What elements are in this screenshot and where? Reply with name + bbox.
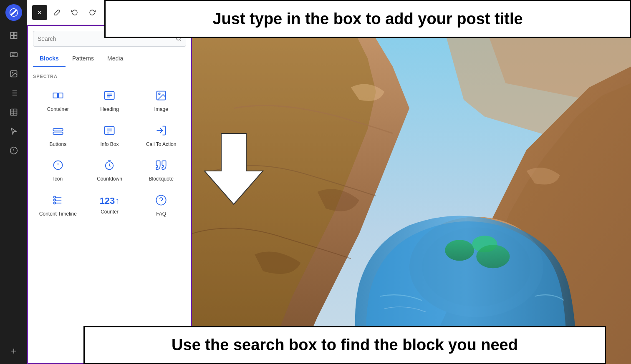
tab-patterns[interactable]: Patterns xyxy=(66,51,101,67)
arrow-annotation xyxy=(196,129,271,214)
block-label-timeline: Content Timeline xyxy=(39,211,77,218)
block-item-image[interactable]: Image xyxy=(136,84,186,117)
redo-button[interactable] xyxy=(85,5,100,20)
blocks-grid: Container Heading Image xyxy=(33,84,186,221)
svg-point-69 xyxy=(156,195,166,205)
cta-icon xyxy=(155,125,167,138)
block-item-counter[interactable]: 123↑ Counter xyxy=(85,188,135,222)
blockquote-icon xyxy=(155,159,167,173)
block-item-container[interactable]: Container xyxy=(33,84,83,117)
tab-blocks[interactable]: Blocks xyxy=(33,51,66,67)
image-icon xyxy=(155,90,167,103)
block-item-faq[interactable]: FAQ xyxy=(136,188,186,222)
block-panel: Blocks Patterns Media SPECTRA Container xyxy=(27,25,192,364)
nav-image[interactable] xyxy=(5,65,23,83)
infobox-icon xyxy=(103,125,115,138)
svg-rect-2 xyxy=(10,36,13,39)
buttons-icon xyxy=(52,125,64,138)
close-button[interactable] xyxy=(32,5,47,20)
icon-block-icon xyxy=(52,159,64,173)
block-label-buttons: Buttons xyxy=(49,141,66,148)
faq-icon xyxy=(155,194,167,208)
block-item-countdown[interactable]: Countdown xyxy=(85,153,135,187)
svg-rect-51 xyxy=(53,128,63,131)
nav-table[interactable] xyxy=(5,103,23,121)
timeline-icon xyxy=(52,194,64,208)
svg-point-63 xyxy=(53,196,56,198)
svg-point-65 xyxy=(53,199,56,201)
svg-point-50 xyxy=(159,93,160,95)
counter-icon: 123↑ xyxy=(100,196,120,206)
wordpress-logo[interactable] xyxy=(5,4,22,21)
block-label-container: Container xyxy=(47,106,69,113)
svg-point-8 xyxy=(12,72,13,73)
svg-rect-44 xyxy=(58,93,63,98)
block-label-infobox: Info Box xyxy=(100,141,119,148)
svg-rect-0 xyxy=(10,33,13,35)
block-label-faq: FAQ xyxy=(156,211,166,218)
block-label-blockquote: Blockquote xyxy=(149,176,173,183)
block-item-cta[interactable]: Call To Action xyxy=(136,119,186,152)
tabs-row: Blocks Patterns Media xyxy=(28,51,191,67)
block-label-countdown: Countdown xyxy=(97,176,122,183)
top-annotation-banner: Just type in the box to add your post ti… xyxy=(104,0,631,38)
heading-icon xyxy=(103,90,115,103)
wp-admin-sidebar xyxy=(0,0,27,364)
nav-cursor[interactable] xyxy=(5,123,23,140)
block-item-buttons[interactable]: Buttons xyxy=(33,119,83,152)
nav-circle[interactable] xyxy=(5,142,23,159)
block-label-heading: Heading xyxy=(100,106,119,113)
svg-point-67 xyxy=(53,202,56,204)
block-item-heading[interactable]: Heading xyxy=(85,84,135,117)
nav-list[interactable] xyxy=(5,84,23,102)
undo-button[interactable] xyxy=(67,5,82,20)
block-label-cta: Call To Action xyxy=(146,141,177,148)
container-icon xyxy=(52,90,64,103)
canvas-area xyxy=(192,25,631,364)
svg-line-42 xyxy=(180,39,181,40)
blocks-content: SPECTRA Container Heading xyxy=(28,67,191,363)
block-item-infobox[interactable]: Info Box xyxy=(85,119,135,152)
tab-media[interactable]: Media xyxy=(101,51,130,67)
nav-heading[interactable] xyxy=(5,46,23,63)
svg-marker-84 xyxy=(204,133,263,204)
bottom-annotation-banner: Use the search box to find the block you… xyxy=(83,326,606,364)
svg-rect-43 xyxy=(53,93,57,98)
brush-button[interactable] xyxy=(50,5,65,20)
block-label-image: Image xyxy=(154,106,168,113)
section-spectra-label: SPECTRA xyxy=(33,74,186,79)
svg-point-80 xyxy=(445,240,474,261)
block-item-blockquote[interactable]: Blockquote xyxy=(136,153,186,187)
countdown-icon xyxy=(103,159,115,173)
block-item-timeline[interactable]: Content Timeline xyxy=(33,188,83,222)
block-label-counter: Counter xyxy=(101,209,119,216)
svg-point-82 xyxy=(476,245,510,268)
svg-rect-52 xyxy=(53,132,63,134)
block-item-icon[interactable]: Icon xyxy=(33,153,83,187)
nav-blocks[interactable] xyxy=(5,27,23,44)
nav-add[interactable] xyxy=(5,342,23,360)
svg-rect-1 xyxy=(14,33,17,35)
svg-rect-4 xyxy=(10,53,17,57)
svg-rect-3 xyxy=(14,36,17,39)
block-label-icon: Icon xyxy=(53,176,63,183)
